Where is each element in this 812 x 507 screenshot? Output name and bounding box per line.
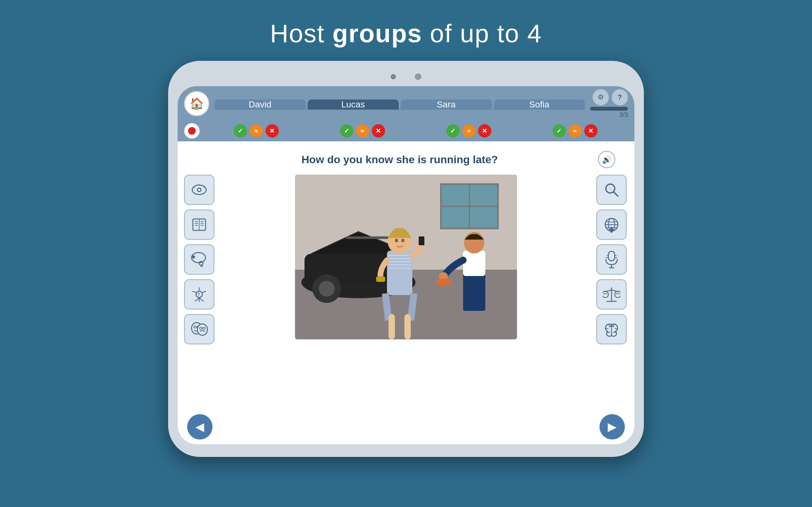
sara-scores: ✓ ≈ ✕ [446, 124, 491, 137]
score-row: ✓ ≈ ✕ ✓ ≈ ✕ ✓ ≈ ✕ ✓ [177, 121, 635, 141]
lucas-score-check[interactable]: ✓ [340, 124, 353, 137]
sound-button[interactable]: 🔊 [598, 151, 615, 168]
page-title: Host groups of up to 4 [270, 19, 542, 48]
speaker-indicator [415, 73, 421, 80]
player-name-david: David [249, 100, 271, 110]
svg-point-18 [201, 265, 203, 267]
svg-rect-59 [463, 250, 485, 276]
branch-tool-button[interactable]: ? [184, 279, 214, 309]
svg-rect-71 [608, 251, 615, 261]
search-tool-button[interactable] [596, 175, 627, 205]
sofia-score-check[interactable]: ✓ [553, 124, 566, 137]
svg-point-31 [197, 324, 207, 335]
question-row: How do you know she is running late? 🔊 [184, 151, 628, 168]
svg-line-26 [192, 291, 196, 292]
nav-buttons: ◀ ▶ [177, 409, 635, 444]
sara-score-check[interactable]: ✓ [446, 124, 460, 137]
home-button[interactable]: 🏠 [184, 91, 209, 116]
svg-rect-58 [463, 273, 485, 311]
svg-line-27 [202, 291, 206, 292]
back-icon: ◀ [195, 420, 204, 434]
svg-line-7 [203, 187, 204, 188]
home-icon: 🏠 [190, 97, 204, 110]
player-tab-sofia[interactable]: Sofia [494, 100, 585, 110]
progress-bar-fill [590, 107, 628, 111]
mic-tool-button[interactable] [596, 244, 627, 275]
forward-icon: ▶ [608, 420, 617, 434]
back-button[interactable]: ◀ [187, 414, 212, 440]
masks-tool-button[interactable] [184, 314, 214, 344]
left-tools: ? [184, 175, 216, 344]
globe-tool-button[interactable] [596, 210, 627, 240]
svg-line-65 [609, 187, 612, 190]
title-bold: groups [333, 19, 422, 48]
scale-tool-button[interactable] [596, 279, 627, 309]
svg-text:?: ? [197, 292, 200, 297]
book-tool-button[interactable] [184, 210, 214, 240]
title-prefix: Host [270, 19, 333, 48]
lucas-score-x[interactable]: ✕ [372, 124, 385, 137]
svg-point-52 [395, 239, 398, 242]
sound-icon: 🔊 [602, 155, 612, 164]
progress-bar-container: 3/3 [590, 107, 628, 118]
progress-bar-track [590, 107, 628, 111]
player-name-lucas: Lucas [341, 100, 365, 110]
sara-score-x[interactable]: ✕ [478, 124, 491, 137]
forward-button[interactable]: ▶ [600, 414, 625, 440]
lucas-scores: ✓ ≈ ✕ [340, 124, 385, 137]
main-content: How do you know she is running late? 🔊 [177, 141, 635, 444]
svg-point-29 [194, 326, 196, 328]
svg-point-19 [192, 256, 195, 259]
thought-tool-button[interactable] [184, 244, 214, 275]
sofia-score-x[interactable]: ✕ [584, 124, 598, 137]
header-bar: 🏠 David Lucas Sara Sofia [177, 86, 635, 121]
svg-point-53 [401, 239, 404, 242]
sara-score-wave[interactable]: ≈ [462, 124, 475, 137]
david-score-x[interactable]: ✕ [265, 124, 279, 137]
tablet-screen: 🏠 David Lucas Sara Sofia [177, 86, 635, 444]
david-scores: ✓ ≈ ✕ [234, 124, 279, 137]
settings-button[interactable]: ⚙ [593, 89, 609, 106]
svg-rect-70 [610, 230, 613, 233]
question-text: How do you know she is running late? [301, 153, 498, 166]
record-button[interactable] [184, 123, 200, 139]
scene-image [295, 175, 517, 339]
svg-point-2 [198, 189, 200, 191]
record-dot [188, 127, 196, 135]
svg-line-23 [195, 298, 199, 301]
lucas-score-wave[interactable]: ≈ [356, 124, 369, 137]
help-button[interactable]: ? [612, 89, 628, 106]
tablet: 🏠 David Lucas Sara Sofia [168, 61, 644, 457]
brain-tool-button[interactable] [596, 314, 627, 344]
svg-point-44 [319, 281, 335, 297]
camera-indicator [391, 74, 396, 79]
header-right: ⚙ ? 3/3 [590, 89, 628, 118]
tablet-top-bar [177, 70, 635, 83]
eye-tool-button[interactable] [184, 175, 214, 205]
david-score-check[interactable]: ✓ [234, 124, 247, 137]
content-row: ? [184, 175, 628, 435]
title-suffix: of up to 4 [422, 19, 542, 48]
right-tools [596, 175, 628, 344]
settings-icon: ⚙ [598, 93, 604, 101]
svg-rect-55 [376, 277, 385, 282]
svg-line-25 [199, 298, 204, 301]
svg-point-62 [436, 279, 451, 286]
player-name-sara: Sara [437, 100, 455, 110]
player-tab-sara[interactable]: Sara [401, 100, 492, 110]
svg-line-6 [194, 187, 195, 188]
player-tab-lucas[interactable]: Lucas [308, 100, 399, 110]
progress-text: 3/3 [590, 111, 628, 118]
svg-rect-54 [419, 236, 424, 245]
score-group: ✓ ≈ ✕ ✓ ≈ ✕ ✓ ≈ ✕ ✓ [203, 124, 628, 137]
svg-line-64 [613, 192, 618, 196]
sofia-score-wave[interactable]: ≈ [568, 124, 582, 137]
sofia-scores: ✓ ≈ ✕ [553, 124, 598, 137]
player-tab-david[interactable]: David [214, 100, 306, 110]
player-tabs: David Lucas Sara Sofia [212, 98, 587, 110]
player-name-sofia: Sofia [529, 100, 549, 110]
david-score-wave[interactable]: ≈ [250, 124, 263, 137]
help-icon: ? [618, 93, 622, 101]
header-buttons: ⚙ ? [593, 89, 628, 106]
svg-rect-45 [387, 250, 412, 295]
